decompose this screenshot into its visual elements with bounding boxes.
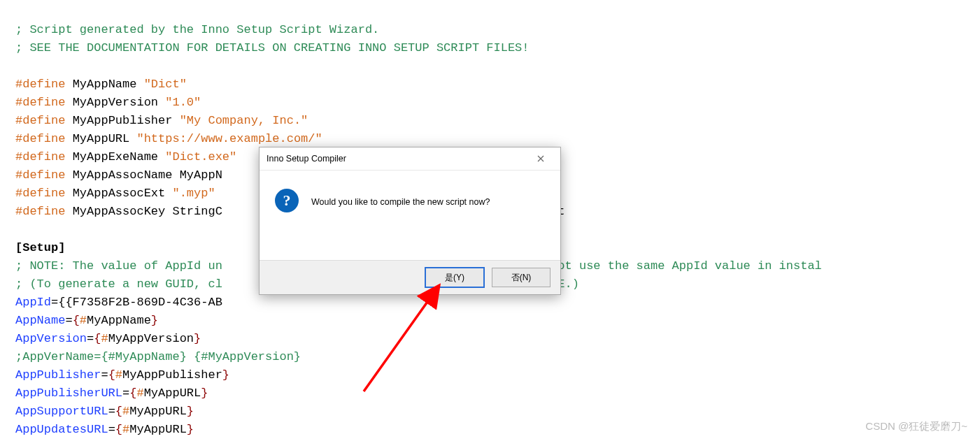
close-icon: [537, 155, 544, 162]
question-icon: ?: [275, 189, 299, 212]
confirm-dialog: Inno Setup Compiler ? Would you like to …: [259, 147, 561, 295]
dialog-title: Inno Setup Compiler: [267, 150, 346, 168]
define-kw: #define: [15, 78, 65, 91]
section-header: [Setup]: [15, 241, 65, 254]
comment-line: ; SEE THE DOCUMENTATION FOR DETAILS ON C…: [15, 41, 530, 55]
dialog-titlebar[interactable]: Inno Setup Compiler: [260, 147, 560, 171]
no-button[interactable]: 否(N): [492, 268, 551, 287]
dialog-button-row: 是(Y) 否(N): [260, 260, 560, 294]
dialog-message: Would you like to compile the new script…: [311, 189, 490, 212]
comment-line: ; Script generated by the Inno Setup Scr…: [15, 23, 379, 36]
yes-button[interactable]: 是(Y): [425, 267, 485, 288]
close-button[interactable]: [525, 149, 556, 168]
watermark-text: CSDN @狂徒爱磨刀~: [865, 417, 967, 435]
